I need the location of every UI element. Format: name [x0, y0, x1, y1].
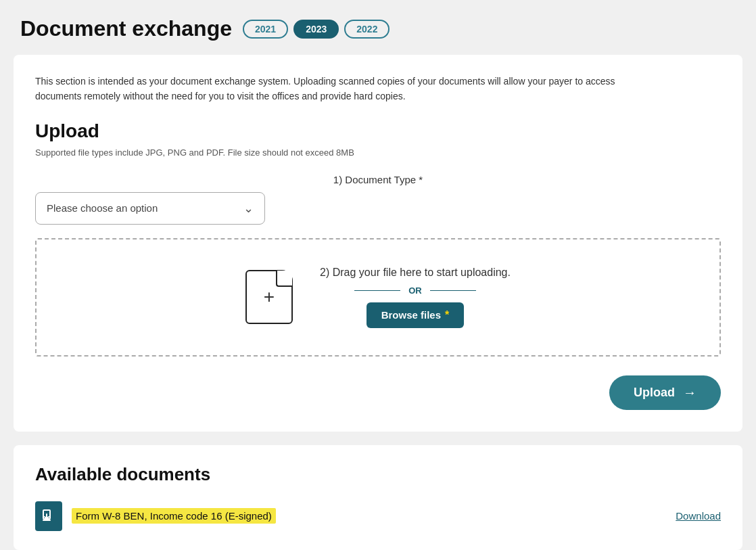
browse-files-button[interactable]: Browse files *: [367, 302, 465, 328]
upload-button[interactable]: Upload →: [609, 375, 721, 410]
drag-text: 2) Drag your file here to start uploadin…: [320, 267, 511, 279]
doc-item-left: Form W-8 BEN, Income code 16 (E-signed): [35, 501, 276, 531]
upload-btn-row: Upload →: [35, 375, 721, 410]
select-wrapper: Please choose an option ⌄: [35, 192, 721, 225]
or-line-right: [430, 290, 476, 292]
upload-arrow-icon: →: [683, 385, 696, 400]
doc-type-select[interactable]: Please choose an option ⌄: [35, 192, 265, 225]
or-line-left: [354, 290, 400, 292]
doc-download-icon: [35, 501, 62, 531]
upload-label: Upload: [634, 386, 675, 400]
description-text: This section is intended as your documen…: [35, 74, 644, 104]
upload-card: This section is intended as your documen…: [14, 55, 742, 432]
download-button[interactable]: Download: [676, 510, 721, 522]
upload-heading: Upload: [35, 120, 721, 142]
year-tab-2023[interactable]: 2023: [293, 20, 339, 39]
or-divider: OR: [354, 285, 476, 296]
chevron-down-icon: ⌄: [243, 201, 254, 216]
year-tab-2022[interactable]: 2022: [344, 20, 389, 39]
drop-zone[interactable]: + 2) Drag your file here to start upload…: [35, 238, 721, 357]
supported-text: Supported file types include JPG, PNG an…: [35, 147, 721, 158]
page-header: Document exchange 2021 2023 2022: [0, 0, 756, 55]
doc-list-item: Form W-8 BEN, Income code 16 (E-signed) …: [35, 501, 721, 531]
doc-type-label: 1) Document Type *: [35, 174, 721, 185]
select-placeholder: Please choose an option: [47, 202, 158, 214]
browse-label: Browse files: [381, 309, 441, 321]
browse-asterisk: *: [445, 309, 449, 321]
year-tabs: 2021 2023 2022: [243, 20, 389, 39]
plus-icon: +: [264, 288, 275, 306]
available-docs-card: Available documents Form W-8 BEN, Income…: [14, 445, 742, 550]
year-tab-2021[interactable]: 2021: [243, 20, 288, 39]
drop-info: 2) Drag your file here to start uploadin…: [320, 267, 511, 328]
page-title: Document exchange: [20, 16, 232, 41]
doc-name: Form W-8 BEN, Income code 16 (E-signed): [72, 508, 276, 524]
file-icon: +: [245, 270, 293, 324]
available-docs-heading: Available documents: [35, 464, 721, 485]
or-text: OR: [408, 285, 422, 296]
